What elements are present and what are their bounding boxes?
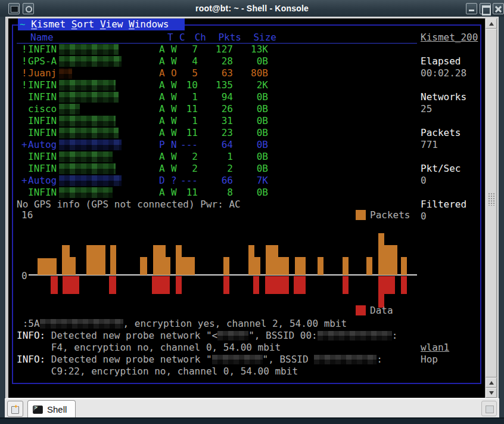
channel-cell: 10: [176, 79, 198, 91]
packets-cell: 63: [200, 67, 233, 79]
network-list-header: Name T C Ch Pkts Size: [17, 32, 417, 44]
stat-value-filtered: 0: [421, 211, 427, 222]
packets-cell: 8: [200, 187, 233, 199]
minimize-button[interactable]: [466, 3, 477, 14]
packets-bar: [278, 257, 289, 275]
type-cell: A: [159, 103, 165, 115]
row-flag: !: [21, 55, 27, 67]
network-name: INFIN: [28, 79, 116, 91]
packets-cell: 127: [200, 44, 233, 55]
stat-label-elapsed: Elapsed: [421, 55, 461, 67]
network-name-prefix: Juanj: [28, 67, 57, 79]
message-text: C9:22, encryption no, channel 0, 54.00 m…: [17, 366, 298, 377]
tab-label: Shell: [47, 404, 67, 414]
scrollbar[interactable]: [485, 18, 497, 398]
network-row[interactable]: +AutogD?---667K: [8, 175, 419, 187]
size-cell: 0B: [234, 151, 268, 163]
network-row[interactable]: !INFINAW712713K: [8, 44, 419, 55]
redacted-text: [314, 355, 377, 364]
redacted-name: [59, 104, 80, 114]
data-bar: [343, 276, 349, 294]
network-row[interactable]: INFINAW1180B: [8, 187, 419, 199]
kismet-screen: ~ Kismet Sort View Windows Name T C Ch P…: [8, 18, 485, 398]
network-row[interactable]: !GPS-AAW4280B: [8, 55, 419, 67]
packets-cell: 28: [200, 55, 233, 67]
scrollbar-thumb[interactable]: [486, 29, 497, 377]
data-bar: [294, 276, 306, 294]
network-row[interactable]: INFINAW1310B: [8, 115, 419, 127]
stat-label-networks: Networks: [421, 91, 466, 103]
network-name: INFIN: [28, 44, 119, 55]
redacted-text: [318, 331, 392, 341]
scroll-up-button-bottom[interactable]: [486, 377, 497, 388]
network-row[interactable]: INFINAW1940B: [8, 91, 419, 103]
scroll-down-button[interactable]: [486, 388, 497, 398]
channel-cell: ---: [176, 139, 198, 151]
scroll-up-button[interactable]: [486, 18, 497, 29]
packets-bar: [378, 233, 384, 275]
network-name: Autog: [28, 175, 122, 187]
type-cell: A: [159, 79, 165, 91]
terminal-widget: ~ Kismet Sort View Windows Name T C Ch P…: [5, 17, 499, 398]
packets-cell: 23: [200, 127, 233, 139]
panel-border-right: [480, 24, 481, 384]
channel-cell: 1: [176, 91, 198, 103]
network-row[interactable]: INFINAW220B: [8, 163, 419, 175]
server-message: :5A, encryption yes, channel 2, 54.00 mb…: [17, 318, 347, 330]
packets-bar: [182, 257, 195, 275]
menu-bar[interactable]: ~ Kismet Sort View Windows: [18, 18, 185, 30]
network-row[interactable]: !JuanjAO56380B: [8, 67, 419, 79]
packets-bar: [153, 245, 166, 275]
redacted-name: [59, 116, 116, 126]
network-row[interactable]: INFINAW11230B: [8, 127, 419, 139]
menu-tilde: ~: [20, 18, 31, 30]
menu-view[interactable]: View: [100, 18, 129, 30]
menu-sort[interactable]: Sort: [71, 18, 100, 30]
packets-bar: [140, 257, 147, 275]
graph-zero-label: 0: [21, 270, 27, 282]
tab-shell[interactable]: Shell: [27, 400, 76, 418]
server-message: INFO: Detected new probe network "<", BS…: [17, 330, 397, 342]
menu-windows[interactable]: Windows: [129, 18, 169, 30]
menu-kismet[interactable]: Kismet: [31, 18, 71, 30]
data-bar: [223, 276, 229, 294]
channel-cell: 2: [176, 151, 198, 163]
new-session-button[interactable]: ✦: [7, 401, 23, 417]
redacted-name: [59, 163, 116, 174]
type-cell: A: [159, 67, 165, 79]
data-bar: [253, 276, 259, 294]
row-flag: !: [21, 67, 27, 79]
channel-cell: 11: [176, 103, 198, 115]
size-cell: 7K: [234, 175, 268, 187]
message-text: Detected new probe network ": [45, 354, 211, 365]
packets-bar: [318, 257, 323, 275]
type-cell: A: [159, 163, 165, 175]
network-row[interactable]: INFINAW210B: [8, 151, 419, 163]
channel-hop-mode: Hop: [421, 354, 438, 366]
data-bar: [176, 276, 182, 294]
packets-legend-swatch: [356, 210, 366, 220]
title-bar[interactable]: root@bt: ~ - Shell - Konsole: [0, 0, 504, 17]
pin-all-desktops-icon[interactable]: [23, 3, 34, 14]
network-row[interactable]: !INFINAW101352K: [8, 79, 419, 91]
data-bar: [152, 276, 170, 294]
packets-bar: [401, 257, 407, 275]
packets-bar: [366, 257, 372, 275]
col-header-ch: Ch: [184, 32, 206, 44]
session-list-button[interactable]: [481, 401, 497, 416]
close-button[interactable]: [493, 3, 504, 14]
window-menu-icon[interactable]: [8, 3, 20, 14]
packets-bar: [38, 258, 57, 275]
packets-bar: [176, 245, 182, 275]
redacted-name: [59, 68, 72, 79]
maximize-button[interactable]: [480, 3, 491, 14]
redacted-name: [59, 140, 122, 150]
network-row[interactable]: +AutogPN---640B: [8, 139, 419, 151]
size-cell: 0B: [234, 55, 268, 67]
network-row[interactable]: ciscoAW11260B: [8, 103, 419, 115]
packets-bar: [295, 257, 306, 275]
message-text: :: [392, 330, 398, 341]
message-text: :: [377, 354, 382, 365]
network-name: Autog: [28, 139, 122, 151]
type-cell: D: [159, 175, 165, 187]
